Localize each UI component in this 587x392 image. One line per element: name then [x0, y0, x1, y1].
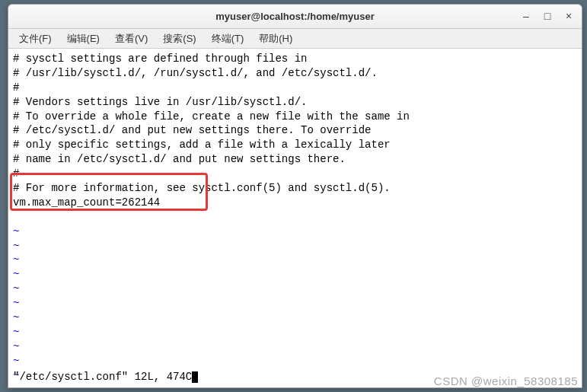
vim-tilde: ~	[13, 311, 577, 325]
window-controls: – □ ×	[518, 8, 577, 24]
close-button[interactable]: ×	[560, 8, 577, 24]
terminal-line: # /etc/sysctl.d/ and put new settings th…	[13, 123, 577, 138]
minimize-button[interactable]: –	[518, 8, 534, 24]
menubar: 文件(F) 编辑(E) 查看(V) 搜索(S) 终端(T) 帮助(H)	[8, 29, 582, 49]
terminal-area[interactable]: # sysctl settings are defined through fi…	[8, 49, 582, 387]
terminal-line: # sysctl settings are defined through fi…	[13, 52, 577, 66]
vim-tilde: ~	[13, 339, 577, 354]
menu-help[interactable]: 帮助(H)	[251, 30, 300, 48]
titlebar[interactable]: myuser@localhost:/home/myuser – □ ×	[8, 5, 582, 29]
terminal-line	[13, 210, 577, 225]
vim-tilde: ~	[13, 354, 577, 368]
status-text: "/etc/sysctl.conf" 12L, 474C	[13, 371, 192, 383]
menu-view[interactable]: 查看(V)	[107, 30, 155, 48]
vim-tilde: ~	[13, 296, 577, 311]
terminal-line: # For more information, see sysctl.conf(…	[13, 181, 577, 196]
menu-edit[interactable]: 编辑(E)	[59, 30, 107, 48]
terminal-window: myuser@localhost:/home/myuser – □ × 文件(F…	[8, 4, 582, 388]
maximize-button[interactable]: □	[539, 8, 556, 24]
menu-terminal[interactable]: 终端(T)	[204, 30, 252, 48]
terminal-line: # name in /etc/sysctl.d/ and put new set…	[13, 152, 577, 167]
vim-tilde: ~	[13, 239, 577, 253]
vim-status-line: "/etc/sysctl.conf" 12L, 474C	[13, 370, 198, 384]
terminal-line: # To override a whole file, create a new…	[13, 110, 577, 124]
vim-tilde: ~	[13, 325, 577, 339]
window-title: myuser@localhost:/home/myuser	[215, 11, 374, 22]
menu-search[interactable]: 搜索(S)	[155, 30, 203, 48]
vim-tilde: ~	[13, 267, 577, 282]
vim-tilde: ~	[13, 282, 577, 296]
vim-tilde: ~	[13, 253, 577, 267]
terminal-line: #	[13, 167, 577, 181]
terminal-line: # only specific settings, add a file wit…	[13, 138, 577, 152]
terminal-line: #	[13, 81, 577, 95]
terminal-line: # Vendors settings live in /usr/lib/sysc…	[13, 95, 577, 110]
menu-file[interactable]: 文件(F)	[11, 30, 59, 48]
terminal-line: # /usr/lib/sysctl.d/, /run/sysctl.d/, an…	[13, 66, 577, 81]
watermark: CSDN @weixin_58308185	[434, 374, 578, 387]
cursor	[192, 371, 198, 383]
terminal-line: vm.max_map_count=262144	[13, 196, 577, 210]
vim-tilde: ~	[13, 225, 577, 239]
